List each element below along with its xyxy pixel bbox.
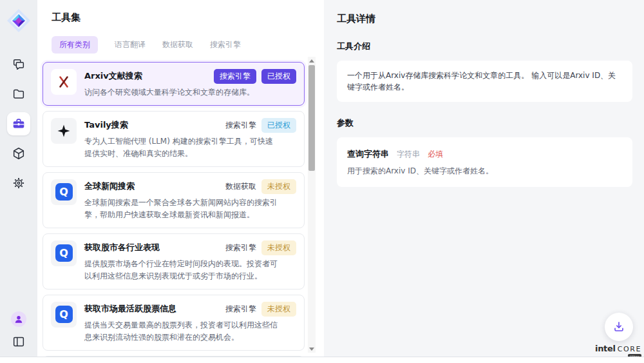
intel-core-logo: intel core Ultra (595, 344, 641, 357)
scrollbar-thumb[interactable] (308, 65, 315, 171)
sidebar (0, 0, 37, 357)
parameter-required-badge: 必填 (428, 150, 443, 159)
tool-description: 访问各个研究领域大量科学论文和文章的存储库。 (84, 86, 279, 99)
tool-category-badge: 搜索引擎 (225, 118, 256, 133)
intro-card: 一个用于从Arxiv存储库搜索科学论文和文章的工具。 输入可以是Arxiv ID… (337, 61, 632, 102)
intro-heading: 工具介绍 (337, 41, 632, 52)
list-scrollbar[interactable] (308, 57, 316, 353)
tool-auth-badge: 未授权 (261, 179, 296, 194)
sidebar-nav (7, 53, 30, 195)
nav-settings[interactable] (7, 172, 30, 195)
tool-name: Tavily搜索 (84, 118, 128, 131)
tool-card[interactable]: Q 全球新闻搜索 数据获取 未授权 全球新闻搜索是一个聚合全球各大新闻网站内容的… (43, 172, 305, 228)
tool-card-list: Arxiv文献搜索 搜索引擎 已授权 访问各个研究领域大量科学论文和文章的存储库… (43, 62, 305, 357)
tool-description: 提供股票市场各个行业在特定时间段内的表现。投资者可以利用这些信息来识别表现优于或… (84, 258, 279, 282)
tool-category-badge: 搜索引擎 (225, 240, 256, 255)
triangle-down-icon (309, 348, 314, 351)
tab-all-categories[interactable]: 所有类别 (52, 36, 98, 54)
parameter-name: 查询字符串 (347, 149, 389, 159)
tool-auth-badge: 已授权 (261, 69, 296, 84)
tool-description: 全球新闻搜索是一个聚合全球各大新闻网站内容的搜索引擎，帮助用户快速获取全球最新资… (84, 197, 279, 221)
details-title: 工具详情 (337, 13, 632, 25)
nav-chat[interactable] (7, 53, 30, 76)
chat-icon (12, 57, 26, 72)
tool-category-badge: 数据获取 (225, 179, 256, 194)
active-stocks-q-icon: Q (51, 302, 77, 328)
intel-core-ultra-badge: Ultra (628, 354, 641, 357)
tab-search-engine[interactable]: 搜索引擎 (210, 39, 241, 50)
tool-details-panel: 工具详情 工具介绍 一个用于从Arxiv存储库搜索科学论文和文章的工具。 输入可… (324, 0, 644, 357)
tool-description: 专为人工智能代理 (LLM) 构建的搜索引擎工具，可快速提供实时、准确和真实的结… (84, 135, 279, 160)
download-button[interactable] (605, 313, 633, 341)
core-wordmark: core (618, 345, 641, 353)
app-window: 工具集 所有类别 语言翻译 数据获取 搜索引擎 Arxiv文献搜索 (0, 0, 644, 357)
global-news-q-icon: Q (51, 179, 77, 205)
triangle-up-icon (309, 59, 314, 63)
parameter-card: 查询字符串 字符串 必填 用于搜索的Arxiv ID、关键字或作者姓名。 (337, 137, 632, 187)
tool-card[interactable]: 万维地区新闻查询 搜索引擎 未授权 查询具体行政区划内的新闻，快速了解各地新闻动 (43, 356, 305, 357)
tools-panel-title: 工具集 (52, 12, 324, 24)
toolbox-icon (12, 117, 26, 131)
tool-name: 全球新闻搜索 (84, 179, 135, 192)
intro-text: 一个用于从Arxiv存储库搜索科学论文和文章的工具。 输入可以是Arxiv ID… (347, 70, 622, 93)
nav-tools[interactable] (7, 112, 30, 135)
tool-auth-badge: 未授权 (261, 302, 296, 317)
tool-name: 获取市场最活跃股票信息 (84, 302, 176, 315)
tool-category-badge: 搜索引擎 (225, 302, 256, 317)
nav-files[interactable] (7, 83, 30, 106)
arxiv-x-icon (51, 69, 77, 95)
sidebar-bottom (11, 311, 26, 349)
tool-card[interactable]: Tavily搜索 搜索引擎 已授权 专为人工智能代理 (LLM) 构建的搜索引擎… (43, 111, 305, 167)
scroll-down-button[interactable] (308, 345, 316, 353)
tool-category-badge: 搜索引擎 (214, 69, 256, 84)
user-avatar[interactable] (11, 311, 26, 327)
parameter-description: 用于搜索的Arxiv ID、关键字或作者姓名。 (347, 166, 622, 177)
tool-card[interactable]: Q 获取股市各行业表现 搜索引擎 未授权 提供股票市场各个行业在特定时间段内的表… (43, 233, 305, 289)
folder-icon (12, 87, 26, 101)
tool-name: Arxiv文献搜索 (84, 69, 142, 82)
app-logo-icon (6, 8, 32, 34)
tool-auth-badge: 未授权 (261, 240, 296, 255)
collapse-sidebar-button[interactable] (12, 335, 26, 349)
tool-auth-badge: 已授权 (261, 118, 296, 133)
gear-icon (12, 176, 26, 190)
download-icon (612, 320, 626, 334)
stock-sector-q-icon: Q (51, 240, 77, 266)
tool-card[interactable]: Q 获取市场最活跃股票信息 搜索引擎 未授权 提供当天交易量最高的股票列表，投资… (43, 295, 305, 351)
params-heading: 参数 (337, 117, 632, 129)
nav-models[interactable] (7, 142, 30, 165)
tab-data-fetch[interactable]: 数据获取 (162, 39, 193, 50)
parameter-type: 字符串 (397, 150, 420, 159)
tools-panel: 工具集 所有类别 语言翻译 数据获取 搜索引擎 Arxiv文献搜索 (37, 0, 324, 357)
intel-wordmark: intel (595, 344, 616, 353)
category-tabs: 所有类别 语言翻译 数据获取 搜索引擎 (52, 36, 324, 54)
tool-name: 获取股市各行业表现 (84, 240, 160, 253)
tab-translation[interactable]: 语言翻译 (115, 39, 146, 50)
scroll-up-button[interactable] (308, 57, 316, 64)
cube-icon (12, 146, 26, 161)
tavily-star-icon (51, 118, 77, 144)
tool-description: 提供当天交易量最高的股票列表，投资者可以利用这些信息来识别流动性强的股票和潜在的… (84, 319, 279, 344)
tool-card[interactable]: Arxiv文献搜索 搜索引擎 已授权 访问各个研究领域大量科学论文和文章的存储库… (43, 62, 305, 106)
